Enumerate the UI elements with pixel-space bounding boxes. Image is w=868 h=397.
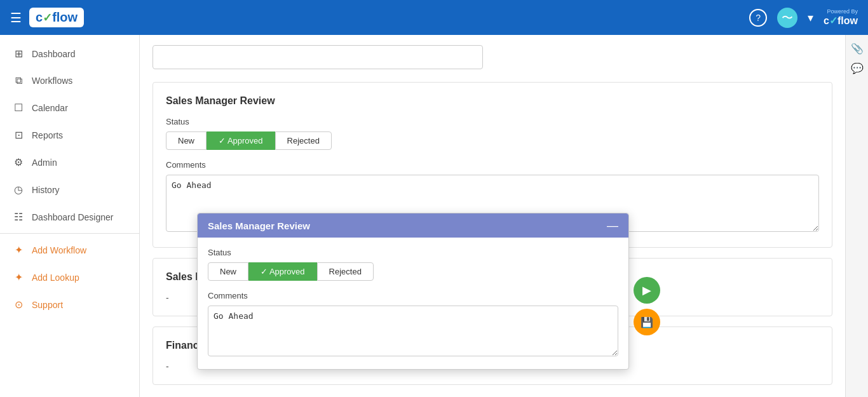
dashboard-icon: ⊞ — [13, 48, 24, 60]
save-button[interactable]: 💾 — [634, 309, 660, 335]
sidebar-divider — [0, 233, 139, 234]
sidebar-item-label: Dashboard Designer — [32, 212, 113, 222]
sidebar-item-workflows[interactable]: ⧉ Workflows — [0, 67, 139, 94]
history-icon: ◷ — [13, 184, 24, 196]
brand-logo: c✓flow — [824, 15, 858, 27]
sidebar-item-label: Workflows — [32, 76, 72, 86]
status-button-group: New ✓ Approved Rejected — [166, 131, 819, 150]
save-icon: 💾 — [641, 316, 653, 328]
modal-title: Sales Manager Review — [208, 220, 310, 231]
modal-actions: ▶ 💾 — [634, 277, 660, 335]
app-header: ☰ c ✓ flow ? 〜 ▾ Powered By c✓flow — [0, 0, 868, 35]
user-avatar[interactable]: 〜 — [777, 8, 797, 28]
modal-header: Sales Manager Review — — [198, 213, 628, 238]
modal-status-button-group: New ✓ Approved Rejected — [208, 262, 618, 281]
sidebar-item-reports[interactable]: ⊡ Reports — [0, 121, 139, 149]
sidebar-item-history[interactable]: ◷ History — [0, 176, 139, 203]
calendar-icon: ☐ — [13, 102, 24, 114]
sidebar-item-dashboard[interactable]: ⊞ Dashboard — [0, 40, 139, 67]
status-label: Status — [166, 117, 819, 126]
status-approved-button[interactable]: ✓ Approved — [207, 131, 275, 150]
logo: c ✓ flow — [29, 8, 84, 27]
comments-label: Comments — [166, 160, 819, 170]
support-icon: ⊙ — [13, 299, 24, 311]
right-panel: 📎 💬 — [845, 35, 868, 397]
header-left: ☰ c ✓ flow — [10, 8, 84, 27]
add-lookup-icon: ✦ — [13, 271, 24, 283]
modal-minimize-button[interactable]: — — [607, 220, 618, 231]
sales-manager-review-modal: Sales Manager Review — Status New ✓ Appr… — [197, 213, 629, 370]
modal-status-approved-button[interactable]: ✓ Approved — [248, 262, 317, 281]
hamburger-icon[interactable]: ☰ — [10, 10, 22, 25]
status-new-button[interactable]: New — [166, 131, 207, 150]
attachment-icon[interactable]: 📎 — [851, 43, 864, 55]
logo-checkmark: ✓ — [43, 11, 52, 25]
header-right: ? 〜 ▾ Powered By c✓flow — [749, 8, 858, 28]
send-button[interactable]: ▶ — [634, 277, 660, 304]
sidebar-item-label: Reports — [32, 130, 63, 140]
reports-icon: ⊡ — [13, 129, 24, 141]
help-icon[interactable]: ? — [749, 9, 767, 27]
sidebar-item-support[interactable]: ⊙ Support — [0, 291, 139, 318]
logo-text: flow — [52, 10, 78, 25]
content-area: Sales Manager Review Status New ✓ Approv… — [140, 35, 845, 397]
modal-comments-textarea[interactable]: Go Ahead — [208, 306, 618, 356]
sidebar-item-label: Support — [32, 300, 63, 310]
comment-icon[interactable]: 💬 — [851, 62, 864, 74]
modal-status-label: Status — [208, 248, 618, 257]
sidebar-item-dashboard-designer[interactable]: ☷ Dashboard Designer — [0, 203, 139, 231]
sidebar-item-admin[interactable]: ⚙ Admin — [0, 149, 139, 176]
status-rejected-button[interactable]: Rejected — [275, 131, 332, 150]
modal-body: Status New ✓ Approved Rejected Comments … — [198, 238, 628, 369]
sidebar: ⊞ Dashboard ⧉ Workflows ☐ Calendar ⊡ Rep… — [0, 35, 140, 397]
sidebar-item-calendar[interactable]: ☐ Calendar — [0, 94, 139, 121]
modal-comments-label: Comments — [208, 291, 618, 300]
sidebar-item-label: Add Lookup — [32, 273, 79, 283]
dropdown-icon[interactable]: ▾ — [808, 11, 813, 25]
dashboard-designer-icon: ☷ — [13, 211, 24, 223]
powered-text: Powered By — [827, 8, 858, 15]
send-icon: ▶ — [642, 283, 651, 297]
top-input[interactable] — [153, 45, 483, 69]
sidebar-item-add-lookup[interactable]: ✦ Add Lookup — [0, 264, 139, 291]
main-layout: ⊞ Dashboard ⧉ Workflows ☐ Calendar ⊡ Rep… — [0, 35, 868, 397]
sidebar-item-label: Add Workflow — [32, 245, 86, 255]
sidebar-item-label: Admin — [32, 158, 57, 168]
section-title: Sales Manager Review — [166, 95, 819, 107]
sidebar-item-label: Dashboard — [32, 49, 76, 59]
workflows-icon: ⧉ — [13, 75, 24, 86]
modal-status-rejected-button[interactable]: Rejected — [317, 262, 374, 281]
modal-status-new-button[interactable]: New — [208, 262, 248, 281]
logo-icon: c — [36, 10, 43, 25]
powered-by: Powered By c✓flow — [824, 8, 858, 27]
sidebar-item-add-workflow[interactable]: ✦ Add Workflow — [0, 236, 139, 264]
sidebar-item-label: History — [32, 185, 60, 195]
sidebar-item-label: Calendar — [32, 103, 68, 113]
admin-icon: ⚙ — [13, 156, 24, 168]
add-workflow-icon: ✦ — [13, 244, 24, 256]
